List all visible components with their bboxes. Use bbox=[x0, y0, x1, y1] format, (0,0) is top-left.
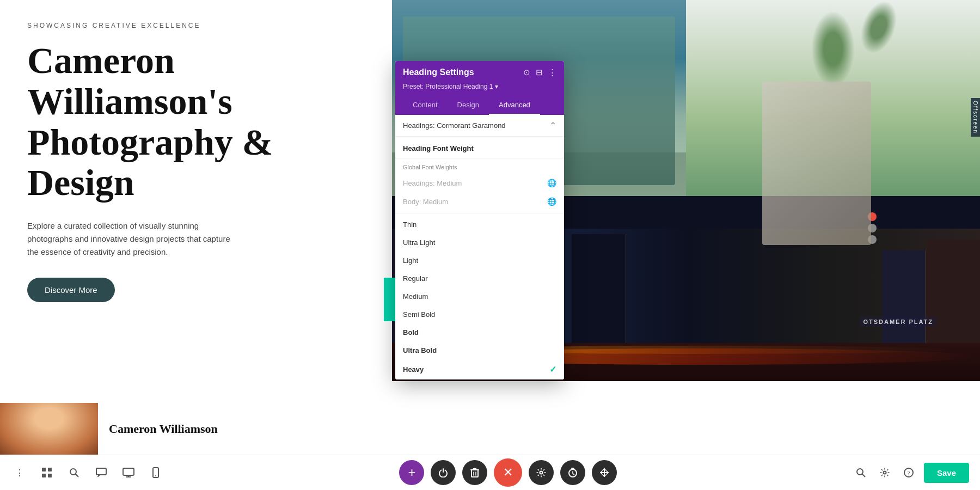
bottom-preview-strip: Cameron Williamson bbox=[0, 403, 980, 455]
settings-right-icon[interactable] bbox=[876, 464, 893, 481]
svg-rect-3 bbox=[48, 474, 52, 477]
timer-button[interactable] bbox=[560, 460, 585, 485]
panel-header: Heading Settings ⊙ ⊟ ⋮ Preset: Professio… bbox=[395, 61, 564, 115]
panel-title-row: Heading Settings ⊙ ⊟ ⋮ bbox=[403, 68, 556, 77]
panel-preset[interactable]: Preset: Professional Heading 1 ▾ bbox=[403, 83, 556, 90]
panel-header-icons: ⊙ ⊟ ⋮ bbox=[523, 68, 556, 77]
bottom-right-controls: ? Save bbox=[852, 463, 969, 483]
tab-advanced[interactable]: Advanced bbox=[489, 96, 540, 115]
site-description: Explore a curated collection of visually… bbox=[27, 219, 234, 259]
comments-icon[interactable] bbox=[93, 464, 110, 481]
site-title: Cameron Williamson's Photography & Desig… bbox=[27, 40, 365, 203]
search-icon[interactable] bbox=[65, 464, 83, 481]
help-icon[interactable]: ? bbox=[900, 464, 917, 481]
svg-rect-0 bbox=[42, 468, 46, 471]
menu-icon[interactable]: ⋮ bbox=[11, 464, 28, 481]
fw-ultra-light[interactable]: Ultra Light bbox=[395, 234, 564, 252]
layout-icon[interactable]: ⊟ bbox=[536, 68, 543, 77]
font-family-row[interactable]: Headings: Cormorant Garamond ⌃ bbox=[395, 115, 564, 137]
fw-body-global[interactable]: Body: Medium 🌐 bbox=[395, 192, 564, 211]
more-icon[interactable]: ⋮ bbox=[548, 68, 556, 77]
fw-ultra-bold[interactable]: Ultra Bold bbox=[395, 341, 564, 359]
resize-button[interactable] bbox=[592, 460, 617, 485]
fw-heavy[interactable]: Heavy ✓ bbox=[395, 359, 564, 379]
settings-button[interactable] bbox=[529, 460, 554, 485]
devices-image bbox=[762, 82, 871, 245]
selected-checkmark: ✓ bbox=[549, 364, 556, 375]
preview-portrait bbox=[0, 403, 98, 455]
svg-text:?: ? bbox=[907, 470, 910, 476]
font-family-arrow: ⌃ bbox=[549, 120, 556, 131]
svg-point-11 bbox=[155, 475, 156, 476]
fw-light[interactable]: Light bbox=[395, 252, 564, 270]
close-button[interactable]: ✕ bbox=[494, 458, 522, 487]
panel-tabs: Content Design Advanced bbox=[403, 96, 556, 115]
svg-rect-2 bbox=[42, 474, 46, 477]
heading-settings-panel: Heading Settings ⊙ ⊟ ⋮ Preset: Professio… bbox=[395, 61, 564, 379]
font-weight-section-title: Heading Font Weight bbox=[395, 137, 564, 158]
reset-icon[interactable]: ⊙ bbox=[523, 68, 530, 77]
globe-icon-body: 🌐 bbox=[547, 197, 556, 206]
add-button[interactable]: + bbox=[399, 460, 424, 485]
svg-point-15 bbox=[540, 471, 543, 474]
fw-thin[interactable]: Thin bbox=[395, 216, 564, 234]
font-weight-list: Global Font Weights Headings: Medium 🌐 B… bbox=[395, 158, 564, 379]
global-group-label: Global Font Weights bbox=[395, 158, 564, 174]
offscreen-label: Offscreen bbox=[971, 98, 980, 137]
panel-title: Heading Settings bbox=[403, 68, 474, 77]
fw-regular[interactable]: Regular bbox=[395, 270, 564, 287]
fw-divider bbox=[395, 213, 564, 213]
tab-content[interactable]: Content bbox=[403, 96, 448, 115]
svg-rect-12 bbox=[471, 470, 478, 477]
street-sign: OTSDAMER PLATZ bbox=[860, 317, 936, 327]
globe-icon-headings: 🌐 bbox=[547, 179, 556, 187]
svg-rect-7 bbox=[123, 468, 134, 475]
discover-more-button[interactable]: Discover More bbox=[27, 278, 115, 302]
svg-line-18 bbox=[862, 474, 865, 477]
fw-medium[interactable]: Medium bbox=[395, 287, 564, 305]
save-button[interactable]: Save bbox=[924, 463, 969, 483]
font-family-label: Headings: Cormorant Garamond bbox=[403, 121, 506, 130]
fw-bold[interactable]: Bold bbox=[395, 323, 564, 341]
bottom-center-controls: + ✕ bbox=[399, 458, 617, 487]
power-button[interactable] bbox=[431, 460, 456, 485]
desktop-icon[interactable] bbox=[120, 464, 137, 481]
svg-point-19 bbox=[883, 471, 886, 474]
panel-body: Headings: Cormorant Garamond ⌃ Heading F… bbox=[395, 115, 564, 379]
bottom-left-controls: ⋮ bbox=[11, 464, 164, 481]
fw-headings-global[interactable]: Headings: Medium 🌐 bbox=[395, 174, 564, 192]
zoom-search-icon[interactable] bbox=[852, 464, 869, 481]
svg-line-5 bbox=[76, 474, 78, 477]
preview-heading-text: Cameron Williamson bbox=[98, 415, 229, 443]
site-subtitle: SHOWCASING CREATIVE EXCELLENCE bbox=[27, 22, 365, 29]
bottom-bar: ⋮ + ✕ bbox=[0, 455, 980, 490]
grid-icon[interactable] bbox=[38, 464, 56, 481]
svg-rect-6 bbox=[96, 468, 106, 475]
fw-semi-bold[interactable]: Semi Bold bbox=[395, 305, 564, 323]
delete-button[interactable] bbox=[462, 460, 487, 485]
mobile-icon[interactable] bbox=[147, 464, 164, 481]
svg-rect-1 bbox=[48, 468, 52, 471]
tab-design[interactable]: Design bbox=[448, 96, 489, 115]
